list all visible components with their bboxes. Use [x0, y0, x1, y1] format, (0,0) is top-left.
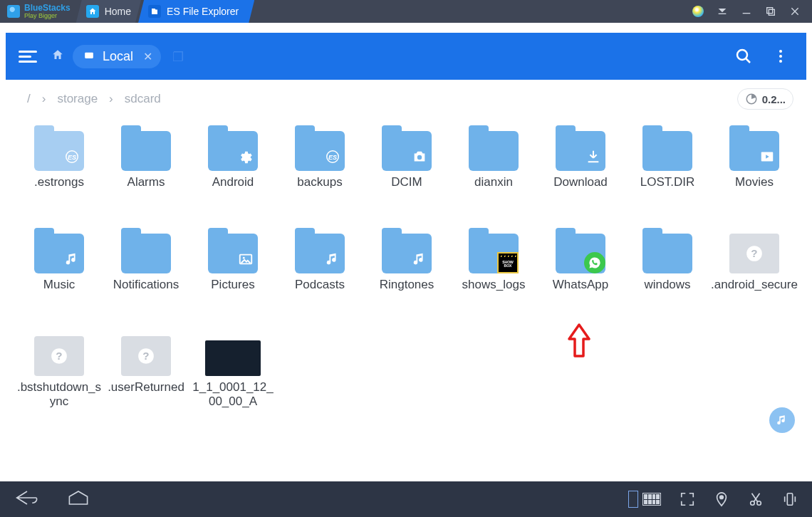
item-label: dianxin — [474, 175, 513, 205]
app-toolbar: Local ✕ ❐ — [6, 33, 806, 80]
file-item[interactable]: ESbackups — [276, 117, 363, 205]
tab-es-label: ES File Explorer — [167, 6, 239, 17]
gear-icon — [238, 149, 254, 167]
item-icon — [378, 117, 435, 171]
breadcrumb-home-icon[interactable] — [51, 48, 64, 65]
breadcrumb: / › storage › sdcard 0.2... — [6, 80, 806, 117]
logo-subtitle: Play Bigger — [24, 13, 71, 19]
folder-icon: ES — [295, 131, 345, 171]
file-item[interactable]: 1_1_0001_12_00_00_A — [189, 322, 276, 410]
item-label: LOST.DIR — [640, 175, 695, 205]
pika-icon[interactable] — [692, 6, 704, 17]
file-item[interactable]: WhatsApp — [537, 219, 624, 308]
svg-point-4 — [737, 50, 747, 60]
cut-button[interactable] — [748, 491, 764, 507]
location-close-icon[interactable]: ✕ — [143, 50, 152, 63]
search-icon[interactable] — [735, 48, 752, 65]
music-icon — [325, 251, 340, 270]
item-icon — [291, 219, 348, 273]
svg-rect-1 — [767, 8, 773, 14]
svg-point-16 — [243, 257, 245, 259]
location-label: Local — [103, 49, 133, 64]
svg-point-7 — [779, 60, 782, 63]
windows-icon[interactable]: ❐ — [172, 49, 187, 63]
music-icon — [412, 251, 427, 270]
file-item[interactable]: ?.android_secure — [711, 219, 798, 308]
camera-icon — [412, 149, 427, 167]
file-item[interactable]: LOST.DIR — [624, 117, 711, 205]
folder-icon — [295, 234, 345, 273]
more-icon[interactable] — [772, 48, 789, 65]
tab-home-label: Home — [105, 6, 131, 17]
item-label: .android_secure — [711, 278, 798, 308]
file-item[interactable]: Movies — [711, 117, 798, 205]
shake-button[interactable] — [782, 491, 798, 507]
dropdown-icon[interactable] — [717, 6, 728, 17]
storage-analyzer-chip[interactable]: 0.2... — [737, 88, 793, 110]
svg-text:?: ? — [56, 350, 62, 362]
file-item[interactable]: Podcasts — [276, 219, 363, 308]
bluestacks-logo: BlueStacks Play Bigger — [0, 0, 76, 23]
file-item[interactable]: ?.userReturned — [103, 322, 189, 410]
folder-icon — [556, 234, 605, 273]
crumb-root[interactable]: / — [27, 92, 31, 106]
menu-icon[interactable] — [19, 51, 37, 63]
back-button[interactable] — [14, 489, 40, 510]
file-item[interactable]: Music — [16, 219, 103, 308]
file-item[interactable]: SHOWBOXshows_logs — [450, 219, 537, 308]
file-item[interactable]: Android — [189, 117, 276, 205]
item-icon: ? — [726, 219, 783, 273]
item-label: Music — [43, 278, 75, 308]
home-button[interactable] — [66, 489, 91, 510]
folder-icon: SHOWBOX — [469, 234, 519, 273]
folder-icon — [382, 234, 432, 273]
chevron-right-icon: › — [109, 92, 113, 106]
file-item[interactable]: Alarms — [103, 117, 189, 205]
file-item[interactable]: Pictures — [189, 219, 276, 308]
item-icon — [465, 117, 522, 171]
music-icon — [64, 251, 80, 270]
folder-icon — [208, 131, 258, 171]
file-item[interactable]: Notifications — [103, 219, 189, 308]
folder-icon — [121, 234, 171, 273]
unknown-file-icon: ? — [34, 336, 84, 376]
minimize-icon[interactable] — [741, 6, 752, 17]
file-item[interactable]: DCIM — [363, 117, 450, 205]
file-item[interactable]: windows — [624, 219, 711, 308]
maximize-icon[interactable] — [765, 6, 776, 17]
item-label: DCIM — [391, 175, 422, 205]
location-button[interactable] — [714, 491, 729, 507]
file-item[interactable]: Ringtones — [363, 219, 450, 308]
tab-es-file-explorer[interactable]: ES File Explorer — [138, 0, 254, 23]
item-icon — [639, 117, 696, 171]
item-label: backups — [297, 175, 342, 205]
window-tabs: Home ES File Explorer — [76, 0, 252, 23]
item-label: Pictures — [211, 278, 254, 308]
file-item[interactable]: ES.estrongs — [16, 117, 103, 205]
file-item[interactable]: ?.bstshutdown_sync — [16, 322, 103, 410]
showbox-badge-icon: SHOWBOX — [497, 252, 519, 273]
svg-text:ES: ES — [68, 154, 77, 161]
crumb-sdcard[interactable]: sdcard — [125, 92, 161, 106]
item-icon — [552, 117, 609, 171]
rotate-keyboard-button[interactable] — [628, 491, 661, 508]
file-item[interactable]: Download — [537, 117, 624, 205]
close-icon[interactable] — [789, 6, 801, 17]
folder-icon — [469, 131, 519, 171]
folder-icon — [729, 131, 779, 171]
image-icon — [238, 251, 254, 270]
fullscreen-button[interactable] — [680, 491, 695, 507]
item-icon — [118, 219, 175, 273]
pie-icon — [745, 93, 758, 105]
tab-home[interactable]: Home — [76, 0, 141, 23]
item-icon: ES — [31, 117, 88, 171]
file-item[interactable]: dianxin — [450, 117, 537, 205]
sdcard-icon — [83, 51, 95, 61]
music-fab[interactable] — [769, 407, 795, 433]
location-pill[interactable]: Local ✕ — [73, 45, 161, 68]
item-label: WhatsApp — [553, 278, 608, 308]
item-icon — [204, 322, 261, 376]
logo-title: BlueStacks — [24, 4, 71, 12]
crumb-storage[interactable]: storage — [57, 92, 98, 106]
annotation-arrow-icon — [565, 323, 593, 359]
